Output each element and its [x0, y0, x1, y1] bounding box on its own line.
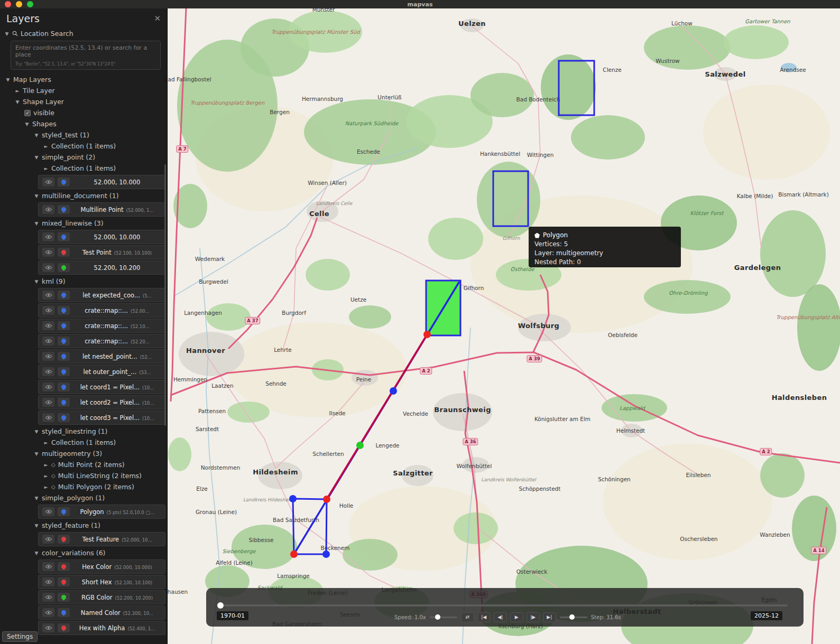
collapse-arrow-icon[interactable]: ▼	[34, 133, 39, 138]
collapse-arrow-icon[interactable]: ▼	[34, 451, 39, 456]
tree-group-multiline-document-1[interactable]: ▼multiline_document (1)	[0, 190, 167, 201]
tree-group-tile-layer[interactable]: ►Tile Layer	[0, 85, 167, 96]
tree-group-mixed-linewise-3[interactable]: ▼mixed_linewise (3)	[0, 218, 167, 229]
expand-arrow-icon[interactable]: ►	[43, 473, 49, 479]
visibility-eye-button[interactable]	[42, 398, 54, 407]
shape-item-let-coord3-pixel[interactable]: let coord3 = Pixel...(10...	[38, 410, 165, 425]
skip-end-button[interactable]: ▶|	[543, 612, 556, 622]
tree-group-styled-test-1[interactable]: ▼styled_test (1)	[0, 129, 167, 141]
shape-style-button[interactable]	[58, 562, 70, 571]
visible-checkbox[interactable]: ✓	[24, 110, 31, 116]
tree-group-styled-linestring-1[interactable]: ▼styled_linestring (1)	[0, 426, 167, 437]
timeline-slider[interactable]	[219, 604, 788, 606]
shape-style-button[interactable]	[58, 232, 70, 241]
shape-item-let-coord1-pixel[interactable]: let coord1 = Pixel...(10...	[38, 380, 165, 394]
rectangle-overlay[interactable]	[559, 61, 594, 115]
play-button[interactable]: ▶	[510, 612, 523, 622]
tree-group-map-layers[interactable]: ▼Map Layers	[0, 74, 167, 85]
shape-style-button[interactable]	[58, 291, 70, 300]
visibility-eye-button[interactable]	[42, 232, 54, 241]
collapse-arrow-icon[interactable]: ▼	[34, 279, 39, 284]
vertex-marker[interactable]	[390, 387, 397, 395]
speed-slider-track[interactable]	[430, 617, 457, 618]
search-input[interactable]: Enter coordinates (52.5, 13.4) or search…	[11, 41, 161, 70]
tree-group-multi-linestring-2-items[interactable]: ►◇Multi LineString (2 items)	[0, 470, 167, 481]
visibility-eye-button[interactable]	[42, 291, 54, 300]
step-slider-knob[interactable]	[569, 614, 575, 620]
collapse-arrow-icon[interactable]: ▼	[34, 429, 39, 434]
shape-item-test-point[interactable]: Test Point(52.100, 10.100)	[38, 245, 165, 259]
shape-style-button[interactable]	[58, 178, 70, 186]
collapse-arrow-icon[interactable]: ▼	[34, 155, 39, 160]
collapse-arrow-icon[interactable]: ▼	[15, 99, 20, 105]
shape-item-multiline-point[interactable]: Multiline Point(52.000, 1...	[38, 202, 165, 217]
shape-item-52-000-10-000[interactable]: 52.000, 10.000	[38, 175, 165, 189]
shape-style-button[interactable]	[58, 593, 70, 602]
rectangle-overlay[interactable]	[493, 171, 528, 226]
visibility-eye-button[interactable]	[42, 306, 54, 315]
tree-group-shapes[interactable]: ▼Shapes	[0, 118, 167, 129]
visible-checkbox-row[interactable]: ✓visible	[0, 107, 167, 118]
tree-group-collection-1-items[interactable]: ►Collection (1 items)	[0, 437, 167, 448]
visibility-eye-button[interactable]	[42, 321, 54, 330]
expand-arrow-icon[interactable]: ►	[43, 462, 49, 468]
shape-style-button[interactable]	[58, 205, 70, 214]
shape-style-button[interactable]	[58, 398, 70, 407]
step-back-button[interactable]: ◀|	[494, 612, 507, 622]
vertex-marker[interactable]	[423, 331, 431, 338]
shape-style-button[interactable]	[58, 623, 70, 632]
shape-style-button[interactable]	[58, 263, 70, 272]
vertex-marker[interactable]	[322, 550, 330, 558]
shape-item-test-feature[interactable]: Test Feature(52.000, 10...	[38, 532, 165, 546]
shape-style-button[interactable]	[58, 535, 70, 544]
collapse-arrow-icon[interactable]: ▼	[34, 193, 39, 199]
collapse-arrow-icon[interactable]: ▼	[34, 496, 39, 501]
linestring-overlay[interactable]	[327, 334, 427, 499]
visibility-eye-button[interactable]	[42, 507, 54, 516]
expand-arrow-icon[interactable]: ►	[43, 166, 49, 171]
collapse-arrow-icon[interactable]: ▼	[34, 221, 39, 226]
visibility-eye-button[interactable]	[42, 382, 54, 391]
speed-slider[interactable]	[430, 613, 457, 621]
visibility-eye-button[interactable]	[42, 535, 54, 544]
shape-style-button[interactable]	[58, 382, 70, 391]
visibility-eye-button[interactable]	[42, 263, 54, 272]
tree-group-simple-polygon-1[interactable]: ▼simple_polygon (1)	[0, 492, 167, 503]
tree-group-kml-9[interactable]: ▼kml (9)	[0, 276, 167, 287]
shuffle-button[interactable]: ⇄	[461, 612, 474, 622]
step-slider[interactable]	[560, 613, 587, 621]
step-forward-button[interactable]: |▶	[527, 612, 540, 622]
shape-item-52-000-10-000[interactable]: 52.000, 10.000	[38, 230, 165, 244]
tree-group-color-variations-6[interactable]: ▼color_variations (6)	[0, 547, 167, 558]
collapse-arrow-icon[interactable]: ▼	[24, 122, 30, 127]
shape-style-button[interactable]	[58, 306, 70, 315]
shape-style-button[interactable]	[58, 507, 70, 516]
settings-button[interactable]: Settings	[2, 631, 38, 642]
tree-group-simple-point-2[interactable]: ▼simple_point (2)	[0, 152, 167, 163]
visibility-eye-button[interactable]	[42, 178, 54, 186]
expand-arrow-icon[interactable]: ►	[15, 88, 20, 94]
tree-group-shape-layer[interactable]: ▼Shape Layer	[0, 96, 167, 107]
visibility-eye-button[interactable]	[42, 337, 54, 346]
shape-style-button[interactable]	[58, 352, 70, 361]
visibility-eye-button[interactable]	[42, 352, 54, 361]
vertex-marker[interactable]	[290, 550, 298, 558]
shape-item-crate-map[interactable]: crate::map::...(52.00...	[38, 303, 165, 318]
collapse-arrow-icon[interactable]: ▼	[4, 31, 10, 36]
shape-item-let-expected-coo[interactable]: let expected_coo...(5...	[38, 288, 165, 302]
skip-start-button[interactable]: |◀	[477, 612, 491, 622]
shape-item-crate-map[interactable]: crate::map::...(52.20...	[38, 334, 165, 348]
visibility-eye-button[interactable]	[42, 413, 54, 422]
shape-item-let-nested-point[interactable]: let nested_point...(52...	[38, 349, 165, 363]
shape-item-let-outer-point[interactable]: let outer_point_...(53...	[38, 365, 165, 379]
visibility-eye-button[interactable]	[42, 608, 54, 617]
speed-slider-knob[interactable]	[435, 614, 440, 620]
collapse-arrow-icon[interactable]: ▼	[34, 523, 39, 528]
visibility-eye-button[interactable]	[42, 562, 54, 571]
expand-arrow-icon[interactable]: ►	[43, 144, 49, 149]
tree-group-multi-point-2-items[interactable]: ►◇Multi Point (2 items)	[0, 459, 167, 470]
timeline-slider-knob[interactable]	[217, 602, 224, 609]
shape-item-hex-color[interactable]: Hex Color(52.000, 10.000)	[38, 559, 165, 574]
shape-item-rgb-color[interactable]: RGB Color(52.200, 10.200)	[38, 590, 165, 604]
tree-group-styled-feature-1[interactable]: ▼styled_feature (1)	[0, 520, 167, 531]
